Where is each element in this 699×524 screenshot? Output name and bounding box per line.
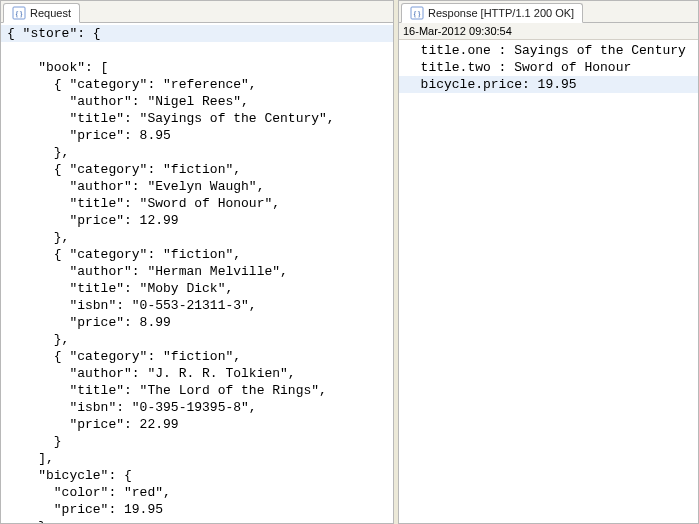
- code-line: { "category": "reference",: [1, 77, 263, 92]
- svg-text:{}: {}: [413, 9, 422, 19]
- code-line: { "store": {: [1, 25, 393, 42]
- code-line: "author": "J. R. R. Tolkien",: [1, 366, 302, 381]
- request-panel: {} Request { "store": { "book": [ { "cat…: [0, 0, 394, 524]
- code-line: title.two : Sword of Honour: [399, 60, 637, 75]
- code-line: "price": 8.95: [1, 128, 177, 143]
- code-line: "title": "Sword of Honour",: [1, 196, 286, 211]
- code-line: },: [1, 230, 75, 245]
- json-icon: {}: [410, 6, 424, 20]
- code-line: "bicycle": {: [1, 468, 138, 483]
- code-line: "title": "Sayings of the Century",: [1, 111, 341, 126]
- response-content[interactable]: title.one : Sayings of the Century title…: [399, 40, 698, 523]
- code-line: "author": "Evelyn Waugh",: [1, 179, 270, 194]
- code-line: { "category": "fiction",: [1, 162, 247, 177]
- request-content[interactable]: { "store": { "book": [ { "category": "re…: [1, 23, 393, 523]
- code-line: "book": [: [1, 60, 122, 75]
- code-line: }: [1, 519, 52, 523]
- code-line: "price": 12.99: [1, 213, 185, 228]
- code-line: "title": "The Lord of the Rings",: [1, 383, 333, 398]
- code-line: "color": "red",: [1, 485, 177, 500]
- request-tabbar: {} Request: [1, 1, 393, 23]
- code-line: "price": 19.95: [1, 502, 169, 517]
- code-line: bicycle.price: 19.95: [399, 76, 698, 93]
- code-line: "isbn": "0-395-19395-8",: [1, 400, 263, 415]
- response-code: title.one : Sayings of the Century title…: [399, 40, 698, 112]
- code-line: title.one : Sayings of the Century: [399, 43, 692, 58]
- code-line: { "category": "fiction",: [1, 349, 247, 364]
- response-panel: {} Response [HTTP/1.1 200 OK] 16-Mar-201…: [398, 0, 699, 524]
- tab-response-label: Response [HTTP/1.1 200 OK]: [428, 7, 574, 19]
- svg-text:{}: {}: [15, 9, 24, 19]
- tab-request[interactable]: {} Request: [3, 3, 80, 23]
- code-line: }: [1, 434, 68, 449]
- response-tabbar: {} Response [HTTP/1.1 200 OK]: [399, 1, 698, 23]
- json-icon: {}: [12, 6, 26, 20]
- code-line: "author": "Herman Melville",: [1, 264, 294, 279]
- code-line: "isbn": "0-553-21311-3",: [1, 298, 263, 313]
- code-line: "price": 22.99: [1, 417, 185, 432]
- code-line: ],: [1, 451, 60, 466]
- tab-request-label: Request: [30, 7, 71, 19]
- code-line: },: [1, 332, 75, 347]
- code-line: { "category": "fiction",: [1, 247, 247, 262]
- code-line: "price": 8.99: [1, 315, 177, 330]
- tab-response[interactable]: {} Response [HTTP/1.1 200 OK]: [401, 3, 583, 23]
- request-code: { "store": { "book": [ { "category": "re…: [1, 23, 393, 523]
- code-line: "author": "Nigel Rees",: [1, 94, 255, 109]
- app-container: {} Request { "store": { "book": [ { "cat…: [0, 0, 699, 524]
- code-line: },: [1, 145, 75, 160]
- response-timestamp: 16-Mar-2012 09:30:54: [399, 23, 698, 40]
- code-line: "title": "Moby Dick",: [1, 281, 239, 296]
